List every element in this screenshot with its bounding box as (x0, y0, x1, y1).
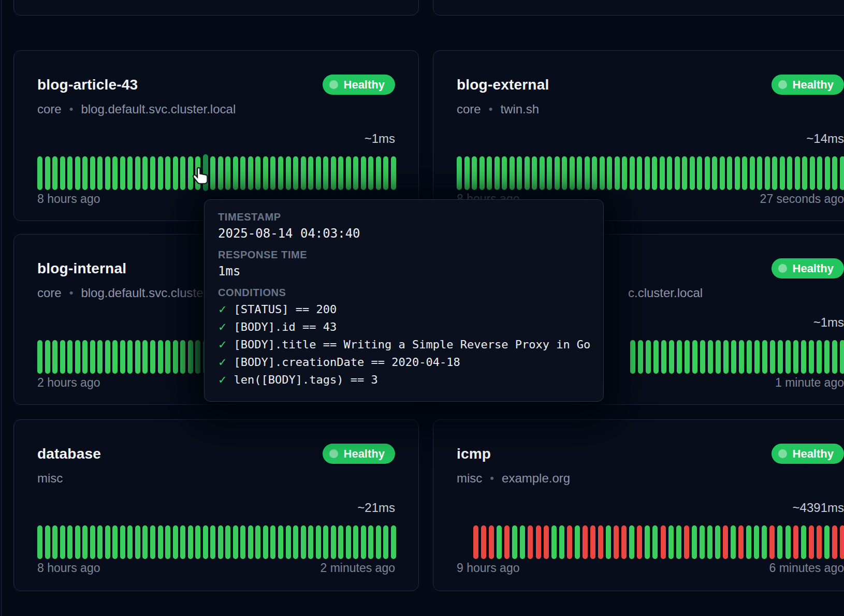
status-bar[interactable] (180, 156, 185, 190)
status-bar[interactable] (353, 156, 358, 190)
status-bar[interactable] (338, 525, 343, 559)
status-bar[interactable] (832, 340, 837, 374)
status-bar[interactable] (575, 525, 580, 559)
status-bar[interactable] (180, 525, 185, 559)
status-bar[interactable] (629, 525, 634, 559)
status-bar[interactable] (301, 156, 306, 190)
status-bar[interactable] (652, 156, 657, 190)
status-bar[interactable] (75, 525, 80, 559)
status-bar[interactable] (173, 340, 178, 374)
status-bar[interactable] (494, 156, 500, 190)
status-bar[interactable] (308, 525, 313, 559)
status-bar[interactable] (614, 525, 619, 559)
endpoint-card[interactable]: icmp misc • example.org Healthy ~4391ms … (433, 419, 844, 591)
status-bar[interactable] (684, 525, 689, 559)
status-bar[interactable] (331, 525, 336, 559)
status-bar[interactable] (90, 525, 95, 559)
status-bar[interactable] (777, 525, 782, 559)
status-bar[interactable] (727, 156, 732, 190)
status-bar[interactable] (464, 156, 470, 190)
status-bar[interactable] (540, 156, 545, 190)
status-bar[interactable] (532, 156, 537, 190)
status-bar[interactable] (52, 525, 57, 559)
status-bar[interactable] (787, 156, 792, 190)
status-bar[interactable] (700, 340, 705, 374)
status-bar[interactable] (817, 156, 822, 190)
status-bar[interactable] (270, 156, 275, 190)
status-bar[interactable] (368, 156, 373, 190)
status-bar[interactable] (158, 525, 163, 559)
status-bar[interactable] (801, 340, 806, 374)
status-bar[interactable] (383, 156, 388, 190)
status-bar[interactable] (809, 525, 814, 559)
status-bar[interactable] (361, 156, 366, 190)
status-bar[interactable] (562, 156, 567, 190)
status-bar[interactable] (188, 525, 193, 559)
status-bar[interactable] (150, 156, 155, 190)
status-bar[interactable] (90, 340, 95, 374)
status-bar[interactable] (762, 340, 767, 374)
status-bar[interactable] (158, 340, 163, 374)
status-bar[interactable] (346, 525, 351, 559)
status-bar[interactable] (785, 340, 791, 374)
status-bar[interactable] (778, 340, 783, 374)
status-bar[interactable] (105, 525, 110, 559)
status-bar[interactable] (248, 525, 253, 559)
status-bar[interactable] (583, 525, 588, 559)
status-bar[interactable] (708, 340, 713, 374)
status-bar[interactable] (45, 525, 50, 559)
status-bar[interactable] (600, 156, 605, 190)
status-bar[interactable] (120, 525, 125, 559)
status-bar[interactable] (720, 156, 725, 190)
status-bar[interactable] (286, 156, 291, 190)
status-bar[interactable] (638, 340, 643, 374)
status-bar[interactable] (52, 340, 57, 374)
status-bar[interactable] (489, 525, 494, 559)
status-bar[interactable] (697, 156, 702, 190)
status-bar[interactable] (479, 156, 485, 190)
status-bar[interactable] (780, 156, 785, 190)
status-bar[interactable] (735, 156, 740, 190)
status-bar[interactable] (127, 525, 133, 559)
status-bar[interactable] (255, 156, 260, 190)
status-bar[interactable] (248, 156, 253, 190)
status-bar[interactable] (37, 525, 42, 559)
status-bar[interactable] (135, 156, 140, 190)
status-bar[interactable] (142, 340, 148, 374)
status-bar[interactable] (150, 525, 155, 559)
status-bar[interactable] (705, 156, 710, 190)
status-bar[interactable] (225, 525, 230, 559)
status-bar[interactable] (173, 156, 178, 190)
status-bar[interactable] (746, 525, 751, 559)
endpoint-card-partial[interactable] (13, 0, 419, 16)
status-bar[interactable] (824, 340, 830, 374)
status-bar[interactable] (293, 525, 298, 559)
status-bar[interactable] (630, 156, 635, 190)
status-bar[interactable] (707, 525, 712, 559)
status-bar[interactable] (67, 156, 72, 190)
status-bar[interactable] (525, 156, 530, 190)
status-bar[interactable] (97, 340, 103, 374)
status-bar[interactable] (188, 340, 193, 374)
status-bar[interactable] (757, 156, 762, 190)
status-bar[interactable] (60, 340, 65, 374)
status-bar[interactable] (97, 525, 103, 559)
status-bar[interactable] (316, 525, 321, 559)
status-bar[interactable] (607, 156, 612, 190)
status-bar[interactable] (37, 156, 42, 190)
status-bar[interactable] (646, 340, 651, 374)
status-bar[interactable] (645, 156, 650, 190)
status-bar[interactable] (225, 156, 230, 190)
status-bar[interactable] (45, 340, 50, 374)
status-bar[interactable] (622, 156, 627, 190)
status-bar[interactable] (346, 156, 351, 190)
status-bar[interactable] (762, 525, 767, 559)
status-bar[interactable] (286, 525, 291, 559)
status-bar[interactable] (82, 525, 88, 559)
status-bar[interactable] (368, 525, 373, 559)
status-bar[interactable] (645, 525, 650, 559)
status-bar[interactable] (112, 340, 118, 374)
status-bar[interactable] (127, 156, 133, 190)
status-bar[interactable] (165, 340, 170, 374)
status-bar[interactable] (218, 156, 223, 190)
